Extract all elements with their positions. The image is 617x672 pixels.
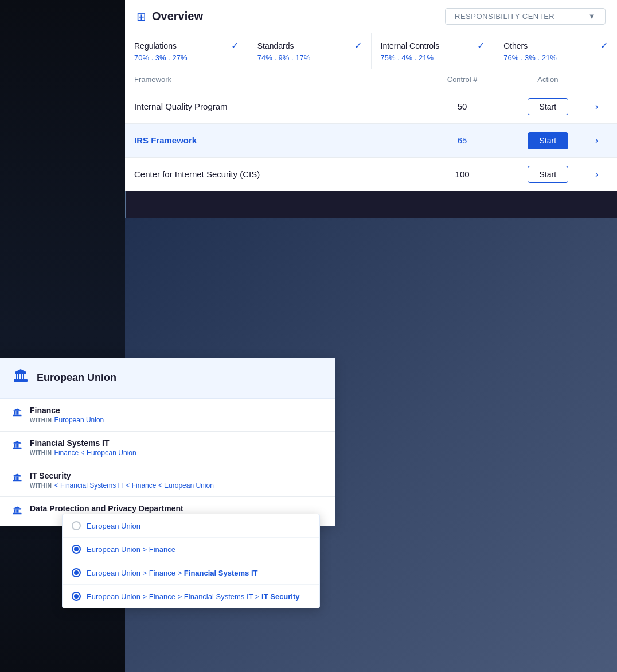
radio-checked-2[interactable] [72,545,81,554]
chevron-right-icon-3[interactable]: › [595,169,598,179]
dropdown-label: RESPONSIBILITY CENTER [455,12,554,21]
panel-title: Overview [152,10,203,23]
arrow-2[interactable]: › [591,135,608,146]
check-icon-controls: ✓ [477,40,485,51]
stat-values-controls: 75% . 4% . 21% [381,53,485,62]
dropdown-option-1[interactable]: European Union [63,514,319,538]
svg-rect-19 [19,444,19,448]
svg-rect-10 [16,411,17,415]
overview-icon: ⊞ [136,10,146,24]
item-name-2: Financial Systems IT [30,438,136,448]
radio-checked-3[interactable] [72,568,81,577]
check-icon-others: ✓ [600,40,608,51]
within-label-2: WITHIN [30,450,52,456]
table-row: IRS Framework 65 Start › [125,124,617,158]
item-name-3: IT Security [30,471,214,480]
responsibility-dropdown[interactable]: RESPONSIBILITY CENTER ▼ [445,8,606,25]
col-header-control: Control # [420,75,505,84]
building-icon-1 [11,407,23,421]
framework-name-2: IRS Framework [134,135,306,146]
table-row: Internal Quality Program 50 Start › [125,90,617,124]
item-text-2: Financial Systems IT WITHIN Finance < Eu… [30,438,136,457]
svg-rect-11 [17,411,18,415]
start-button-2[interactable]: Start [528,132,569,149]
item-text-1: Finance WITHIN European Union [30,406,104,424]
within-path-1: European Union [54,416,104,424]
svg-rect-28 [13,513,22,515]
chevron-down-icon: ▼ [588,12,596,21]
radio-unchecked-1[interactable] [72,521,81,530]
stats-row: Regulations ✓ 70% . 3% . 27% Standards ✓… [125,33,617,69]
building-icon-3 [11,472,23,487]
table-body: Internal Quality Program 50 Start › IRS … [125,90,617,191]
svg-rect-29 [14,508,21,509]
building-icon-4 [11,505,23,519]
svg-rect-12 [19,411,19,415]
within-path-2: Finance < European Union [54,449,136,457]
framework-name-3: Center for Internet Security (CIS) [134,169,306,180]
start-button-1[interactable]: Start [528,98,569,115]
list-item[interactable]: IT Security WITHIN < Financial Systems I… [0,464,335,497]
table-header: Framework Control # Action [125,69,617,90]
chevron-right-icon-2[interactable]: › [595,135,598,145]
dropdown-option-4[interactable]: European Union > Finance > Financial Sys… [63,585,319,608]
item-text-3: IT Security WITHIN < Financial Systems I… [30,471,214,490]
svg-rect-3 [18,374,19,379]
svg-rect-15 [14,443,21,444]
svg-rect-31 [16,510,17,513]
option-text-2: European Union > Finance [87,545,175,554]
arrow-1[interactable]: › [591,102,608,112]
dropdown-option-3[interactable]: European Union > Finance > Financial Sys… [63,561,319,585]
item-within-1: WITHIN European Union [30,416,104,424]
stat-header-controls: Internal Controls ✓ [381,40,485,51]
svg-rect-33 [19,510,19,513]
svg-rect-8 [14,410,21,411]
svg-rect-16 [14,444,15,448]
svg-rect-5 [23,374,24,379]
within-path-3: < Financial Systems IT < Finance < Europ… [54,481,214,490]
svg-rect-0 [14,379,28,382]
svg-rect-4 [21,374,22,379]
radio-checked-4[interactable] [72,592,81,601]
within-label-1: WITHIN [30,417,52,424]
stat-values-standards: 74% . 9% . 17% [257,53,362,62]
col-header-arrow [591,75,608,84]
panel-header: ⊞ Overview RESPONSIBILITY CENTER ▼ [125,0,617,33]
svg-rect-23 [14,477,15,480]
svg-rect-7 [13,415,22,417]
header-left: ⊞ Overview [136,10,203,24]
svg-marker-20 [13,441,22,444]
svg-rect-26 [19,477,19,480]
col-header-action: Action [505,75,591,84]
overview-panel: ⊞ Overview RESPONSIBILITY CENTER ▼ Regul… [125,0,617,191]
svg-rect-18 [17,444,18,448]
start-button-3[interactable]: Start [528,166,569,183]
svg-marker-27 [13,474,22,476]
svg-rect-21 [13,480,22,482]
control-num-3: 100 [420,169,505,180]
action-1[interactable]: Start [505,98,591,115]
dropdown-sub-panel: European Union European Union > Finance … [62,514,320,608]
list-item[interactable]: Financial Systems IT WITHIN Finance < Eu… [0,432,335,464]
svg-rect-22 [14,476,21,476]
stat-label-standards: Standards [257,41,294,51]
stat-label-regulations: Regulations [134,41,177,51]
stat-values-others: 76% . 3% . 21% [503,53,608,62]
list-item[interactable]: Finance WITHIN European Union [0,399,335,432]
arrow-3[interactable]: › [591,169,608,180]
svg-marker-6 [14,369,28,372]
check-icon-regulations: ✓ [231,40,239,51]
svg-rect-2 [16,374,17,379]
action-2[interactable]: Start [505,132,591,149]
action-3[interactable]: Start [505,166,591,183]
dropdown-option-2[interactable]: European Union > Finance [63,538,319,561]
stat-label-others: Others [503,41,528,51]
svg-marker-34 [13,507,22,509]
framework-name-1: Internal Quality Program [134,102,306,112]
stat-internal-controls: Internal Controls ✓ 75% . 4% . 21% [372,33,495,69]
control-num-1: 50 [420,102,505,112]
chevron-right-icon-1[interactable]: › [595,102,598,111]
stat-header-standards: Standards ✓ [257,40,362,51]
item-within-2: WITHIN Finance < European Union [30,449,136,457]
col-header-framework: Framework [134,75,306,84]
